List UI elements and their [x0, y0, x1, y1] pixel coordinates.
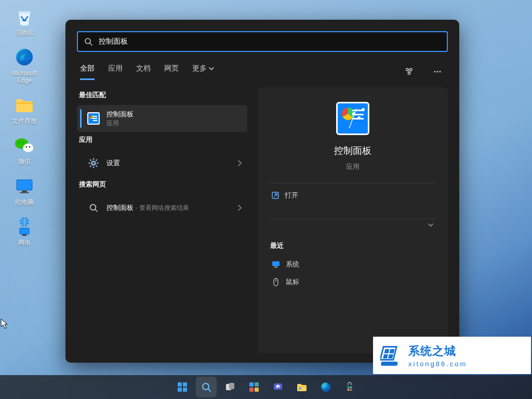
svg-rect-68	[350, 389, 352, 391]
mouse-icon	[271, 277, 281, 287]
svg-rect-48	[183, 382, 187, 387]
tab-documents[interactable]: 文档	[136, 64, 151, 80]
result-app-settings[interactable]: 设置	[77, 150, 247, 177]
results-column: 最佳匹配 控制面板 应用 应用 设置	[77, 87, 247, 353]
svg-line-30	[96, 159, 97, 161]
result-web-search[interactable]: 控制面板 - 查看网络搜索结果	[77, 194, 247, 221]
recent-header: 最近	[270, 241, 433, 250]
recent-label: 系统	[286, 260, 299, 269]
section-web: 搜索网页	[79, 180, 245, 189]
edge-icon	[14, 47, 35, 68]
taskbar	[0, 375, 532, 399]
result-subtitle: 应用	[107, 119, 242, 128]
store-button[interactable]	[339, 377, 360, 397]
monitor-icon	[271, 260, 281, 269]
desktop-icon-edge[interactable]: Microsoft Edge	[6, 47, 43, 84]
svg-rect-64	[346, 385, 353, 391]
desktop-icon-recycle-bin[interactable]: 回收站	[6, 6, 43, 36]
svg-rect-35	[272, 261, 280, 266]
open-icon	[271, 191, 280, 200]
wechat-icon	[14, 135, 35, 156]
svg-rect-46	[381, 362, 398, 366]
search-icon	[86, 200, 101, 216]
svg-rect-62	[299, 388, 301, 390]
file-explorer-button[interactable]	[291, 377, 312, 397]
svg-rect-55	[249, 382, 254, 387]
svg-rect-58	[255, 388, 259, 392]
svg-point-17	[410, 69, 412, 71]
search-panel: 全部 应用 文档 网页 更多 最佳匹配	[65, 20, 459, 363]
svg-rect-13	[22, 234, 26, 236]
watermark-line2: xitong86.com	[408, 360, 467, 368]
start-button[interactable]	[172, 377, 193, 397]
desktop-icon-wechat[interactable]: 微信	[6, 135, 43, 165]
desktop-icon-folder[interactable]: 文件存放	[6, 95, 43, 125]
chevron-down-icon	[209, 66, 214, 71]
result-title: 控制面板	[107, 110, 242, 119]
svg-rect-50	[183, 388, 187, 392]
svg-rect-9	[22, 191, 27, 192]
result-title: 控制面板	[107, 203, 134, 212]
result-best-control-panel[interactable]: 控制面板 应用	[77, 105, 247, 132]
svg-rect-66	[350, 387, 352, 388]
desktop-icon-label: 回收站	[15, 29, 34, 36]
svg-point-16	[406, 69, 408, 71]
recycle-bin-icon	[14, 6, 35, 27]
taskbar-search-button[interactable]	[196, 377, 217, 397]
search-box[interactable]	[77, 31, 448, 52]
result-title: 设置	[107, 158, 237, 168]
tab-more[interactable]: 更多	[192, 64, 214, 80]
monitor-icon	[14, 176, 35, 196]
widgets-button[interactable]	[244, 377, 264, 397]
desktop-icon-network[interactable]: 网络	[6, 216, 43, 246]
svg-line-31	[90, 166, 91, 167]
svg-rect-47	[178, 382, 182, 387]
cursor-icon	[1, 318, 8, 329]
section-apps: 应用	[79, 135, 245, 144]
network-icon	[14, 216, 35, 237]
open-action[interactable]: 打开	[270, 183, 435, 207]
recent-item-system[interactable]: 系统	[270, 256, 435, 273]
svg-point-21	[440, 71, 441, 73]
expand-button[interactable]	[270, 219, 435, 233]
svg-rect-57	[249, 388, 254, 392]
svg-line-33	[95, 209, 97, 211]
svg-line-29	[96, 166, 97, 167]
desktop-icon-this-pc[interactable]: 此电脑	[6, 176, 43, 206]
desktop-icon-label: 此电脑	[15, 198, 34, 206]
chat-button[interactable]	[268, 377, 288, 397]
svg-rect-56	[255, 382, 259, 387]
tab-web[interactable]: 网页	[164, 64, 179, 80]
svg-rect-12	[20, 228, 29, 234]
svg-rect-54	[229, 383, 234, 389]
chevron-right-icon	[237, 160, 242, 166]
search-input[interactable]	[99, 37, 441, 46]
svg-line-52	[208, 389, 211, 392]
task-view-button[interactable]	[220, 377, 241, 397]
folder-icon	[14, 95, 35, 115]
svg-point-18	[408, 72, 410, 74]
desktop-icon-label: 微信	[18, 158, 31, 165]
search-tabs: 全部 应用 文档 网页 更多	[80, 63, 445, 80]
watermark: 系统之城 xitong86.com	[373, 337, 531, 374]
desktop-icon-label: 文件存放	[12, 117, 37, 125]
svg-point-63	[321, 382, 330, 392]
svg-rect-61	[297, 386, 307, 387]
search-options-button[interactable]	[402, 64, 417, 79]
watermark-logo	[380, 344, 403, 367]
preview-subtitle: 应用	[346, 162, 360, 171]
watermark-line1: 系统之城	[408, 343, 467, 359]
svg-rect-36	[275, 267, 277, 268]
more-button[interactable]	[430, 64, 445, 79]
tab-more-label: 更多	[192, 64, 207, 73]
recent-item-mouse[interactable]: 鼠标	[270, 273, 435, 291]
preview-pane: 控制面板 应用 打开 最近	[258, 87, 448, 353]
svg-line-15	[90, 43, 92, 45]
svg-rect-49	[178, 388, 182, 392]
recent-label: 鼠标	[286, 277, 299, 287]
tab-all[interactable]: 全部	[80, 64, 95, 80]
tab-apps[interactable]: 应用	[108, 64, 123, 80]
desktop-icon-label: 网络	[18, 239, 31, 246]
control-panel-icon	[336, 102, 369, 135]
edge-button[interactable]	[315, 377, 336, 397]
